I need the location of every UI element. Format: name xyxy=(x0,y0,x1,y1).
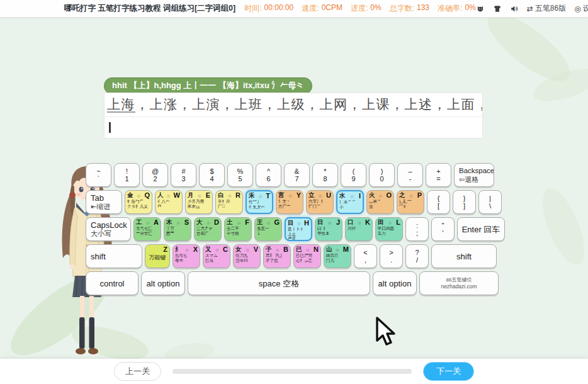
key-label: Backspace xyxy=(459,166,494,176)
key-label: 水 xyxy=(339,192,346,200)
key-label: 戋五一 xyxy=(257,226,280,231)
key-control[interactable]: control xyxy=(86,271,139,295)
key-equals[interactable]: += xyxy=(426,163,451,187)
key-h[interactable]: 目◎H且丨卜⺊上止虍皮 xyxy=(285,217,312,241)
key-label: 目 xyxy=(288,219,294,227)
key-minus[interactable]: –- xyxy=(397,163,423,187)
key-shift-right[interactable]: shift xyxy=(431,244,497,268)
key-s[interactable]: 木◎S丁丌西覀 xyxy=(164,217,191,241)
key-shift-left[interactable]: shift xyxy=(86,244,142,268)
key-backslash[interactable]: |\ xyxy=(478,190,502,214)
key-label: W xyxy=(174,191,180,199)
key-k[interactable]: 口◎K川丱 xyxy=(345,217,373,241)
key-label: 士二干 xyxy=(227,226,249,231)
key-l[interactable]: 田◎L甲囗四皿车力 xyxy=(375,217,403,241)
key-b[interactable]: 子◎B耳阝卩凵孑了也 xyxy=(263,244,291,268)
key-label: ◎ xyxy=(206,220,210,225)
cat-icon[interactable] xyxy=(476,4,485,13)
key-label: ◎ xyxy=(358,220,361,225)
key-label: 禾 xyxy=(249,192,255,200)
key-v[interactable]: 女◎V巛刀九彐ヨ臼 xyxy=(233,244,261,268)
key-f[interactable]: 土◎F士二干十寸雨 xyxy=(224,217,252,241)
key-label: @ xyxy=(152,167,159,175)
key-capslock[interactable]: CapsLock大小写 xyxy=(86,217,131,241)
key-backtick[interactable]: ~` xyxy=(86,163,111,187)
key-n[interactable]: 已◎N己巳尸羽心忄⺗乙 xyxy=(293,244,321,268)
key-t[interactable]: 禾◎T竹⺮丿彳夂攵𠂉 xyxy=(246,190,273,214)
keyboard: ~`!1@2#3$4%5^6&7*8(9)0–-+=Backspace⇦退格Ta… xyxy=(86,163,506,298)
settings-button[interactable]: ◎ 设置 xyxy=(574,3,588,14)
key-j[interactable]: 日◎J曰刂早虫𠦝 xyxy=(315,217,342,241)
key-label: alt option xyxy=(378,279,412,288)
key-9[interactable]: (9 xyxy=(341,163,366,187)
key-label: 2 xyxy=(153,175,157,183)
key-period[interactable]: >. xyxy=(380,244,403,268)
key-6[interactable]: ^6 xyxy=(256,163,281,187)
key-8[interactable]: *8 xyxy=(312,163,338,187)
key-3[interactable]: #3 xyxy=(171,163,196,187)
key-tab[interactable]: Tab⇤缩进 xyxy=(86,190,122,214)
key-enter[interactable]: Enter 回车 xyxy=(457,217,505,241)
key-label: O xyxy=(386,191,392,199)
key-space[interactable]: space 空格 xyxy=(188,271,370,295)
key-label: 巛刀九 xyxy=(235,253,258,258)
key-label: - xyxy=(409,175,412,183)
key-4[interactable]: $4 xyxy=(199,163,225,187)
layout-switch-button[interactable]: ⇄ 五笔86版 xyxy=(527,3,566,14)
key-label: & xyxy=(295,167,299,175)
key-alt-right[interactable]: alt option xyxy=(373,271,417,295)
key-label: ^ xyxy=(267,167,270,175)
key-label: C xyxy=(223,246,228,253)
key-label: " xyxy=(442,222,444,229)
key-2[interactable]: @2 xyxy=(142,163,168,187)
key-semicolon[interactable]: :; xyxy=(405,217,429,241)
words-line: 上海，上涨，上演，上班，上级，上网，上课，上述，上面， xyxy=(105,93,482,117)
key-w[interactable]: 人◎W亻八𠆢癶 xyxy=(155,190,183,214)
key-label: 86五笔键位 xyxy=(446,277,472,283)
key-u[interactable]: 立◎U六辛冫丬疒门⺍ xyxy=(306,190,334,214)
key-5[interactable]: %5 xyxy=(227,163,253,187)
key-i[interactable]: 水◎I氵氺⺌⺍小 xyxy=(336,190,364,214)
key-x[interactable]: 纟◎X幺弓匕母𠫓 xyxy=(172,244,200,268)
key-alt-left[interactable]: alt option xyxy=(141,271,185,295)
prev-level-button[interactable]: 上一关 xyxy=(114,362,161,381)
key-label: ◎ xyxy=(388,220,392,225)
key-o[interactable]: 火◎O灬米⺌业 xyxy=(366,190,394,214)
typing-input[interactable] xyxy=(105,117,482,138)
key-0[interactable]: )0 xyxy=(369,163,395,187)
key-1[interactable]: !1 xyxy=(114,163,140,187)
key-e[interactable]: 月◎E彡⺼乃用豕衣⺋ xyxy=(185,190,213,214)
key-7[interactable]: &7 xyxy=(284,163,310,187)
key-label: 言 xyxy=(278,191,285,200)
key-slash[interactable]: ?/ xyxy=(405,244,429,268)
speaker-icon[interactable] xyxy=(510,4,519,13)
key-brand[interactable]: 86五笔键位nezhadazi.com xyxy=(419,271,499,295)
key-quote[interactable]: "' xyxy=(431,217,455,241)
key-label: 由贝⺆ xyxy=(326,253,349,258)
key-backspace[interactable]: Backspace⇦退格 xyxy=(454,163,494,187)
key-r[interactable]: 白◎R手扌斤厂𠂒 xyxy=(215,190,243,214)
key-m[interactable]: 山◎M由贝⺆冂几 xyxy=(324,244,351,268)
key-bracket-right[interactable]: }] xyxy=(453,190,476,214)
key-label: ) xyxy=(381,167,383,175)
key-label: Q xyxy=(144,191,150,199)
key-d[interactable]: 大◎D三犬𠂇ナ古石厂 xyxy=(194,217,222,241)
key-c[interactable]: 又◎Cスマム巴马 xyxy=(203,244,230,268)
key-comma[interactable]: <, xyxy=(354,244,377,268)
key-label: 癶 xyxy=(157,204,180,209)
key-bracket-left[interactable]: {[ xyxy=(427,190,450,214)
shirt-icon[interactable] xyxy=(493,4,502,13)
key-label: 业 xyxy=(369,204,392,209)
key-z[interactable]: Z万能键 xyxy=(145,244,170,268)
key-p[interactable]: 之◎P辶廴宀冖礻 xyxy=(397,190,424,214)
key-label: 艹廾廿匚 xyxy=(136,231,159,236)
key-q[interactable]: 金◎Q钅缶勹⺈クタ犭儿乂 xyxy=(125,190,152,214)
key-label: クタ犭儿乂 xyxy=(127,204,150,209)
key-g[interactable]: 王◎G戋五一𠄌 xyxy=(254,217,282,241)
next-level-button[interactable]: 下一关 xyxy=(423,362,474,381)
key-y[interactable]: 言◎Y讠文丶方广亠 xyxy=(276,190,303,214)
key-label: ◎ xyxy=(137,193,140,198)
key-label: nezhadazi.com xyxy=(441,283,477,290)
stat-speed: 速度:0CPM xyxy=(302,3,342,14)
key-a[interactable]: 工◎A戈弋七匸艹廾廿匚 xyxy=(133,217,161,241)
